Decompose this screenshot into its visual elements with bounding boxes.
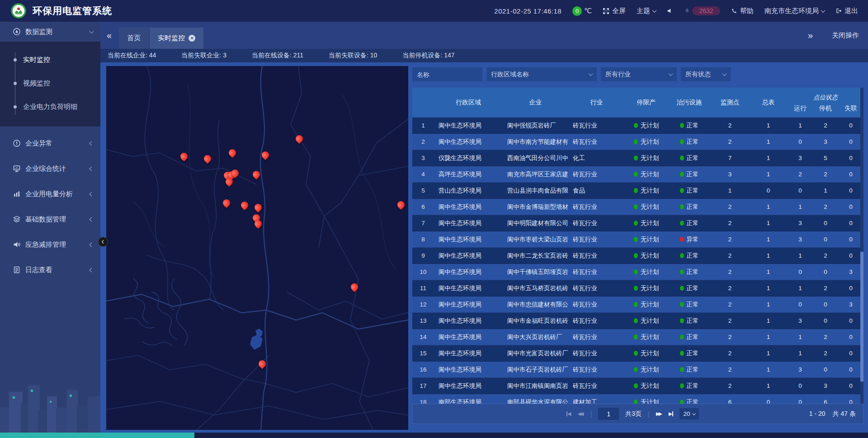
table-scrollbar[interactable] [860,88,863,404]
row-stop: 0 [813,264,838,280]
sidebar-item-video-monitor[interactable]: 视频监控 [0,71,100,95]
page-input[interactable] [598,408,619,420]
table-row[interactable]: 9 阆中生态环境局 阆中市二龙长宝页岩砖 砖瓦行业 无计划 正常 2 1 1 2… [412,248,863,264]
col-industry: 行业 [568,88,625,117]
table-row[interactable]: 1 阆中生态环境局 阆中强锐页岩砖厂 砖瓦行业 无计划 正常 2 1 1 2 0 [412,118,863,134]
table-row[interactable]: 3 仪陇生态环境局 西南油气田分公司川中 化工 无计划 正常 7 1 3 5 0 [412,150,863,166]
row-industry: 砖瓦行业 [568,329,625,345]
col-group-point-status: 点位状态 [788,88,863,103]
filter-bar: 行政区域名称 所有行业 所有状态 [412,67,863,81]
row-region: 阆中生态环境局 [434,297,503,312]
sidebar-group-power-analysis[interactable]: 企业用电量分析 [0,181,100,207]
tab-label: 首页 [127,34,141,42]
row-stop: 3 [813,378,838,394]
logout-button[interactable]: 退出 [835,7,858,15]
chevron-down-icon [652,8,657,13]
sidebar-item-realtime-monitor[interactable]: 实时监控 [0,48,100,71]
row-plan-status: 无计划 [625,215,668,231]
status-dot [680,237,684,242]
tab-realtime-monitor[interactable]: 实时监控 × [150,28,203,49]
sidebar-group-logs[interactable]: 日志查看 [0,257,100,283]
row-meters: 1 [749,313,788,329]
table-row[interactable]: 10 阆中生态环境局 阆中千佛镇五郎垭页岩 砖瓦行业 无计划 正常 2 1 0 … [412,264,863,280]
tabs-scroll-left-button[interactable]: « [100,31,119,40]
row-facility-status: 正常 [668,183,711,198]
page-size-select[interactable]: 20 [679,408,699,419]
row-lost: 3 [838,264,863,280]
table-row[interactable]: 7 阆中生态环境局 阆中明阳建材有限公司 砖瓦行业 无计划 正常 2 1 3 0… [412,215,863,231]
row-stop: 2 [813,199,838,215]
row-facility-status: 正常 [668,118,711,133]
sidebar-group-emergency[interactable]: 应急减排管理 [0,232,100,257]
table-row[interactable]: 5 营山生态环境局 营山县润丰肉食品有限 食品 无计划 正常 1 0 0 1 0 [412,183,863,199]
sidebar-group-enterprise-stats[interactable]: 企业综合统计 [0,156,100,181]
table-row[interactable]: 13 阆中生态环境局 阆中市金福旺页岩机砖 砖瓦行业 无计划 正常 2 1 3 … [412,313,863,329]
row-stop: 0 [813,231,838,247]
sidebar-group-label: 企业用电量分析 [25,190,90,198]
sidebar-group-base-data[interactable]: 基础数据管理 [0,207,100,232]
top-header-bar: 环保用电监管系统 2021-02-25 17:46:18 0 ℃ 全屏 主题 [0,0,868,22]
tab-close-icon[interactable]: × [189,35,195,42]
row-company: 阆中市忠信建材有限公 [503,297,568,312]
row-lost: 0 [838,183,863,198]
first-page-button[interactable]: ◀ [566,411,571,417]
region-select[interactable]: 行政区域名称 [486,67,597,81]
table-row[interactable]: 14 阆中生态环境局 阆中大兴页岩机砖厂 砖瓦行业 无计划 正常 2 1 1 2… [412,329,863,345]
table-row[interactable]: 4 高坪生态环境局 南充市高坪区王家店建 砖瓦行业 无计划 正常 3 1 2 2… [412,166,863,183]
row-company: 阆中市江南镇阆南页岩 [503,378,568,394]
scrollbar-thumb[interactable] [860,252,863,381]
table-row[interactable]: 2 阆中生态环境局 阆中市南方节能建材有 砖瓦行业 无计划 正常 2 1 0 3… [412,134,863,150]
tab-home[interactable]: 首页 [119,28,149,49]
row-company: 阆中市金福旺页岩机砖 [503,313,568,329]
row-index: 12 [412,297,434,312]
sidebar-group-enterprise-abnormal[interactable]: 企业异常 [0,131,100,156]
table-row[interactable]: 18 南部生态环境局 南部县砚华水泥有限公 建材加工 无计划 正常 6 0 0 … [412,394,863,404]
row-company: 阆中市二龙长宝页岩砖 [503,248,568,264]
sidebar-item-power-load-detail[interactable]: 企业电力负荷明细 [0,95,100,118]
row-plan-status: 无计划 [625,118,668,133]
datetime-label: 2021-02-25 17:46:18 [494,7,561,15]
row-lost: 0 [838,378,863,394]
sidebar-group-data-monitor[interactable]: 数据监测 [0,22,100,42]
row-index: 17 [412,378,434,394]
table-row[interactable]: 11 阆中生态环境局 阆中市五马桥页岩机砖 砖瓦行业 无计划 正常 2 1 1 … [412,280,863,297]
row-region: 仪陇生态环境局 [434,150,503,166]
tabs-scroll-right-button[interactable]: » [802,31,820,40]
map-canvas[interactable] [106,66,408,430]
sound-mute-button[interactable] [667,8,673,14]
row-points: 1 [711,183,749,198]
close-operations-button[interactable]: 关闭操作 [832,31,859,40]
prev-page-button[interactable]: ◀◀ [577,411,584,417]
row-company: 阆中市五马桥页岩机砖 [503,280,568,296]
row-meters: 1 [749,231,788,247]
status-dot [634,400,638,404]
row-index: 10 [412,264,434,280]
status-dot [634,172,638,177]
sidebar-collapse-toggle[interactable] [98,237,108,247]
row-run: 1 [788,248,813,264]
fullscreen-button[interactable]: 全屏 [603,7,626,15]
sidebar-group-label: 企业异常 [25,139,90,148]
total-pages-label: 共3页 [625,410,642,418]
last-page-button[interactable]: ▶ [669,411,673,417]
name-search-input[interactable] [412,67,482,81]
theme-dropdown[interactable]: 主题 [637,7,656,15]
table-row[interactable]: 6 阆中生态环境局 阆中市金博瑞新型墙材 砖瓦行业 无计划 正常 2 1 1 2… [412,199,863,215]
notification-button[interactable]: 2632 [684,6,720,15]
row-stop: 3 [813,134,838,150]
org-dropdown[interactable]: 南充市生态环境局 [764,7,825,15]
table-row[interactable]: 17 阆中生态环境局 阆中市江南镇阆南页岩 砖瓦行业 无计划 正常 2 1 0 … [412,378,863,394]
status-dot [680,221,684,226]
status-dot [634,221,638,226]
table-row[interactable]: 15 阆中生态环境局 阆中市光富页岩机砖厂 砖瓦行业 无计划 正常 2 1 1 … [412,345,863,362]
status-dot [634,286,638,291]
table-row[interactable]: 16 阆中生态环境局 阆中市石子页岩机砖厂 砖瓦行业 无计划 正常 2 1 3 … [412,362,863,378]
status-select[interactable]: 所有状态 [681,67,731,81]
row-index: 8 [412,231,434,247]
row-lost: 0 [838,329,863,345]
help-button[interactable]: 帮助 [731,7,754,15]
table-row[interactable]: 12 阆中生态环境局 阆中市忠信建材有限公 砖瓦行业 无计划 正常 2 1 0 … [412,297,863,313]
industry-select[interactable]: 所有行业 [601,67,677,81]
next-page-button[interactable]: ▶▶ [656,411,662,417]
table-row[interactable]: 8 阆中生态环境局 阆中市枣碧大梁山页岩 砖瓦行业 无计划 异常 2 1 3 0… [412,231,863,248]
